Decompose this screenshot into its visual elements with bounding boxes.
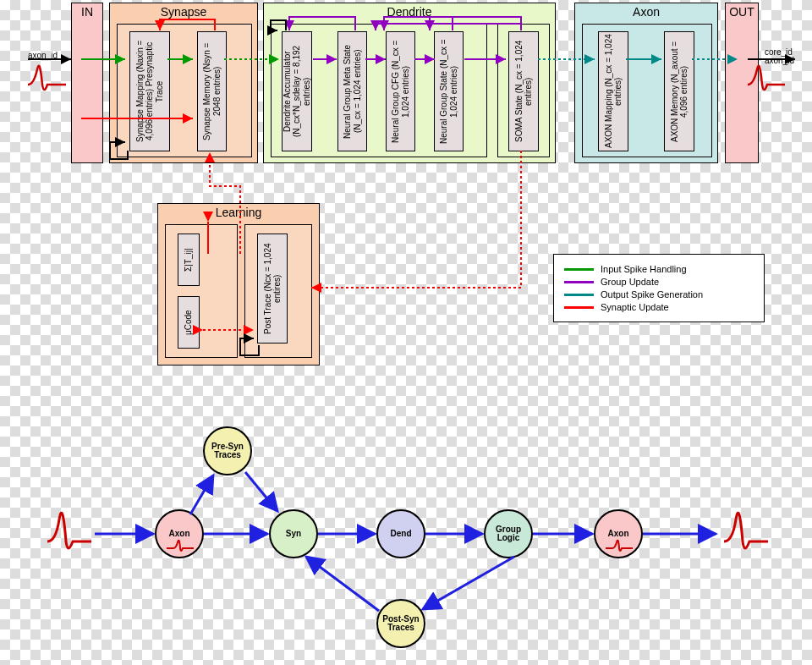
mem-soma: SOMA State (N_cx = 1,024 entires) (508, 31, 539, 151)
legend-row-1: Group Update (564, 277, 754, 287)
flow-presyn: Pre-Syn Traces (203, 426, 252, 475)
mem-ng-state-text: Neural Group State (N_cx = 1,024 entries… (439, 34, 458, 149)
flow-presyn-text: Pre-Syn Traces (211, 442, 244, 460)
mem-axon-mem: AXON Memory (N_axout = 4,096 entires) (664, 31, 694, 151)
legend-row-0: Input Spike Handling (564, 264, 754, 274)
flow-postsyn: Post-Syn Traces (376, 599, 425, 648)
stage-dendrite: Dendrite Dendrite Accumulator (N_cx*N_sd… (263, 3, 556, 163)
stage-axon-label: Axon (633, 5, 660, 19)
axon-inner: AXON Mapping (N_cx = 1,024 entries) AXON… (582, 24, 712, 157)
flow-syn: Syn (269, 509, 318, 558)
stage-out: OUT (725, 3, 759, 163)
flow-postsyn-text: Post-Syn Traces (382, 615, 419, 633)
legend-label-1: Group Update (601, 277, 659, 287)
mem-post-trace: Post Trace (Ncx = 1,024 entires) (257, 234, 288, 343)
mem-ng-meta-text: Neural Group Meta State (N_cx = 1,024 en… (343, 34, 362, 149)
legend-row-3: Synaptic Update (564, 302, 754, 312)
flow-dend: Dend (376, 509, 425, 558)
mem-ng-meta: Neural Group Meta State (N_cx = 1,024 en… (337, 31, 367, 151)
mem-syn-mapping-text: Synapse Mapping (Naxin = 4,096 entries) … (135, 34, 165, 149)
flow-syn-text: Syn (286, 530, 301, 539)
mem-axon-map: AXON Mapping (N_cx = 1,024 entries) (598, 31, 628, 151)
dendrite-inner-1: Dendrite Accumulator (N_cx*N_sdelay = 8,… (271, 24, 487, 157)
mem-sigma-text: Σ|T_ij| (184, 248, 194, 272)
flow-group: Group Logic (484, 509, 533, 558)
signal-in-label: axon_id (28, 51, 58, 60)
mem-syn-memory-text: Synapse Memory (Nsyn = 2048 entries) (202, 34, 222, 149)
synapse-inner: Synapse Mapping (Naxin = 4,096 entries) … (117, 24, 252, 157)
mem-ng-cfg: Neural Group CFG (N_cx = 1,024 entries) (386, 31, 415, 151)
learning-inner-2: Post Trace (Ncx = 1,024 entires) (244, 224, 312, 358)
dendrite-inner-2: SOMA State (N_cx = 1,024 entires) (497, 24, 550, 157)
mem-axon-map-text: AXON Mapping (N_cx = 1,024 entries) (604, 34, 623, 149)
legend-label-3: Synaptic Update (601, 302, 669, 312)
flow-axon-out: Axon (594, 509, 643, 558)
stage-synapse: Synapse Synapse Mapping (Naxin = 4,096 e… (109, 3, 258, 163)
legend-row-2: Output Spike Generation (564, 289, 754, 300)
stage-learning-label: Learning (216, 206, 262, 219)
learning-inner-1: Σ|T_ij| μCode (165, 224, 238, 358)
mem-axon-mem-text: AXON Memory (N_axout = 4,096 entires) (670, 34, 689, 149)
legend: Input Spike Handling Group Update Output… (553, 254, 765, 322)
flow-dend-text: Dend (391, 530, 412, 539)
mem-soma-text: SOMA State (N_cx = 1,024 entires) (514, 34, 534, 149)
flow-axon-in: Axon (155, 509, 204, 558)
flow-group-text: Group Logic (496, 525, 521, 543)
stage-dendrite-label: Dendrite (387, 5, 432, 19)
legend-label-2: Output Spike Generation (601, 289, 703, 300)
signal-out-bot: axon_id (765, 56, 794, 65)
legend-label-0: Input Spike Handling (601, 264, 687, 274)
stage-synapse-label: Synapse (161, 5, 206, 19)
mem-dend-acc: Dendrite Accumulator (N_cx*N_sdelay = 8,… (282, 31, 312, 151)
mem-ng-cfg-text: Neural Group CFG (N_cx = 1,024 entries) (391, 34, 410, 149)
mem-dend-acc-text: Dendrite Accumulator (N_cx*N_sdelay = 8,… (283, 34, 312, 149)
stage-learning: Learning Σ|T_ij| μCode Post Trace (Ncx =… (157, 203, 320, 365)
stage-axon: Axon AXON Mapping (N_cx = 1,024 entries)… (574, 3, 718, 163)
stage-in-label: IN (81, 5, 93, 19)
mem-ng-state: Neural Group State (N_cx = 1,024 entries… (434, 31, 464, 151)
stage-in: IN (71, 3, 103, 163)
mem-sigma: Σ|T_ij| (178, 234, 200, 286)
mem-syn-memory: Synapse Memory (Nsyn = 2048 entries) (197, 31, 227, 151)
mem-syn-mapping: Synapse Mapping (Naxin = 4,096 entries) … (129, 31, 170, 151)
mem-ucode-text: μCode (184, 310, 194, 335)
stage-out-label: OUT (729, 5, 754, 19)
mem-post-trace-text: Post Trace (Ncx = 1,024 entires) (263, 236, 283, 341)
mem-ucode: μCode (178, 296, 200, 349)
